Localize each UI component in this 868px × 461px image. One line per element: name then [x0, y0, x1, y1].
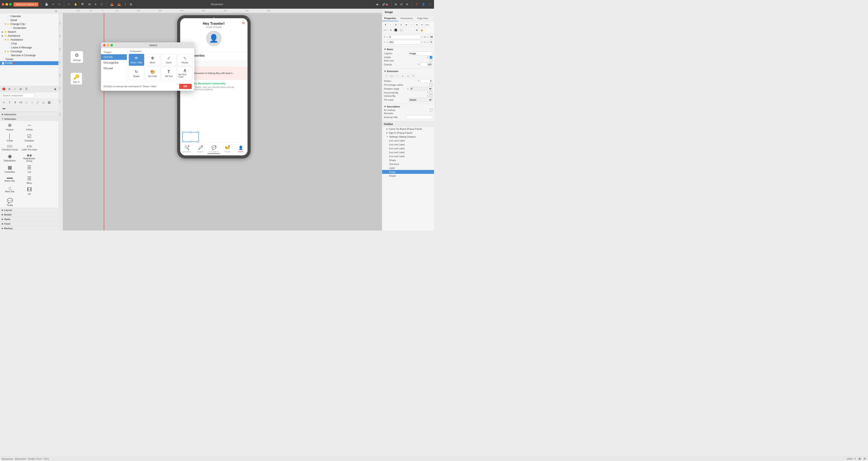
- autosize-checkbox[interactable]: [430, 59, 432, 62]
- outline-come-on-board[interactable]: ▶ Come On Board (Popup Panel): [382, 127, 434, 131]
- zoom-tool[interactable]: 🔍: [80, 2, 86, 6]
- tree-item-concierge[interactable]: ▼ 📁 Concierge: [0, 50, 58, 54]
- outline-label[interactable]: Label: [382, 166, 434, 170]
- outline-shape-1[interactable]: Shape: [382, 158, 434, 162]
- comp-tooltip[interactable]: 💬 Tooltip: [0, 197, 20, 208]
- multiline-tool[interactable]: ≡T: [18, 100, 24, 105]
- crop-tool[interactable]: ⊞: [87, 2, 92, 6]
- radius-input[interactable]: [420, 79, 432, 83]
- ok-button[interactable]: OK: [179, 84, 192, 89]
- tree-item-become-concierge[interactable]: 📄 Become A Concierge: [0, 54, 58, 57]
- handle-tl[interactable]: [182, 132, 184, 133]
- settings-floating-panel[interactable]: ⚙ Settings: [70, 51, 83, 63]
- share-project-btn[interactable]: 🔗7: [381, 2, 389, 6]
- cmd-rotate[interactable]: ↻ Rotate: [129, 67, 144, 80]
- tree-item-leave-message[interactable]: 📄 Leave A Message: [0, 45, 58, 50]
- tree-item-change-city[interactable]: ▼ 📁 Change City ▾: [0, 22, 58, 26]
- comp-hrule[interactable]: ─ H.Rule: [20, 121, 39, 132]
- align-distribute-v-btn[interactable]: ⇕: [399, 22, 403, 27]
- handle-bm[interactable]: [190, 141, 191, 142]
- cmd-set-text[interactable]: T Set Text: [161, 67, 177, 80]
- close-window-btn[interactable]: [2, 3, 4, 6]
- pct-radius-checkbox[interactable]: [430, 84, 432, 86]
- visible-checkbox[interactable]: [430, 56, 432, 59]
- fullscreen-btn[interactable]: ⛶: [428, 2, 432, 6]
- redo-button[interactable]: ↪: [57, 2, 61, 6]
- collapse-sidebar-btn[interactable]: ◀: [55, 10, 57, 12]
- dialog-close-btn[interactable]: [103, 44, 105, 46]
- pointer-tool[interactable]: ↖: [67, 2, 71, 6]
- comp-list[interactable]: ☰ List: [20, 163, 39, 174]
- outline-icon-label-2[interactable]: Icon and Label: [382, 142, 434, 146]
- nav-discovery[interactable]: 🔍 Discovery: [180, 145, 194, 153]
- cmd-set-text-color[interactable]: A Set Text Color: [177, 67, 193, 80]
- comp-radio-group[interactable]: ◉◉ RadioButton Group: [20, 152, 39, 163]
- comp-menu[interactable]: ☰ Menu: [20, 174, 39, 186]
- tree-item-tickets[interactable]: 📄 Tickets: [0, 57, 58, 61]
- shape-circle-btn[interactable]: ○: [395, 73, 400, 78]
- backward-btn[interactable]: ↓: [409, 28, 414, 32]
- same-height-btn[interactable]: ⟸: [383, 28, 388, 32]
- maximize-window-btn[interactable]: [9, 3, 12, 6]
- lock-btn[interactable]: 🔒: [420, 28, 424, 32]
- nav-profile[interactable]: 👤 Profile: [234, 145, 248, 153]
- outline-image[interactable]: Image: [382, 170, 434, 174]
- tab-properties[interactable]: Properties: [382, 15, 398, 21]
- shape-rect-btn[interactable]: □: [384, 73, 389, 78]
- tree-item-assistance-sub[interactable]: ▼ 📁 Assistance: [0, 38, 58, 42]
- tree-item-calendar[interactable]: 📄 Calendar: [0, 14, 58, 18]
- tree-item-detail[interactable]: 📄 Detail: [0, 18, 58, 22]
- static-section-header[interactable]: ▶ Static: [0, 217, 58, 221]
- group-btn[interactable]: ⊞: [414, 28, 419, 32]
- nav-tickets[interactable]: 🎫 Tickets: [221, 145, 234, 153]
- import-btn[interactable]: 📥: [109, 2, 115, 6]
- bold-text-tool[interactable]: T: [12, 100, 18, 105]
- select-tool-btn[interactable]: ⊕: [7, 87, 12, 91]
- cmd-set-color[interactable]: 🎨 Set Color: [145, 67, 160, 80]
- line-tool[interactable]: ╱: [35, 100, 40, 105]
- vflip-checkbox[interactable]: [430, 95, 432, 97]
- save-button[interactable]: 💾: [44, 2, 49, 6]
- comp-checkbox-group[interactable]: ☑☑ Checkbox Group: [0, 143, 20, 152]
- align-right-btn[interactable]: ➡: [414, 22, 419, 27]
- hand-tool[interactable]: ✋: [73, 2, 79, 6]
- x-input[interactable]: [389, 35, 421, 39]
- play-btn[interactable]: ▶: [376, 2, 380, 6]
- circle-tool[interactable]: ○: [30, 100, 35, 105]
- outline-icon-label-5[interactable]: Icon and Label: [382, 154, 434, 158]
- grid-tool-btn[interactable]: ⊞: [18, 87, 23, 91]
- forward-btn[interactable]: ↑: [404, 28, 409, 32]
- shape-triangle-btn[interactable]: △: [406, 73, 410, 78]
- interaction-section-header[interactable]: ▶ Interaction: [0, 112, 58, 117]
- tree-item-profile[interactable]: 📄 Profile: [0, 61, 58, 65]
- outline-icon-label-4[interactable]: Icon and Label: [382, 151, 434, 154]
- send-back-btn[interactable]: ⬜: [399, 28, 403, 32]
- comp-vrule[interactable]: │ V.Rule: [0, 132, 20, 143]
- text-tool[interactable]: T: [7, 100, 12, 105]
- image-tool[interactable]: 🖼: [46, 100, 52, 105]
- y-input[interactable]: [389, 40, 421, 44]
- align-bottom-btn[interactable]: ⬇: [394, 22, 398, 27]
- cmd-zoom[interactable]: ⤢ Zoom: [161, 54, 177, 66]
- path-tool[interactable]: ⬡: [99, 2, 104, 6]
- comp-label-text[interactable]: 🏷A Label Text Input: [20, 143, 39, 152]
- comp-combobox[interactable]: ▦ ComboBox: [0, 163, 20, 174]
- outline-settings[interactable]: ▼ Settings (Sliding Drawer): [382, 135, 434, 139]
- rect-tool[interactable]: □: [24, 100, 29, 105]
- star-tool-btn[interactable]: ☆: [12, 87, 18, 91]
- shape-tool-btn[interactable]: 🔴: [1, 87, 6, 91]
- handle-bl[interactable]: [182, 141, 184, 142]
- shape-pentagon-btn[interactable]: ⬠: [411, 73, 416, 78]
- tab-interactions[interactable]: Interactions: [398, 15, 415, 21]
- rotation-select[interactable]: 0° 90° 180° 270°: [410, 87, 432, 91]
- search-component-input[interactable]: [1, 93, 34, 98]
- list-tool-btn[interactable]: ☰: [24, 87, 29, 91]
- fillmode-select[interactable]: Stretch Fit Fill Tile: [409, 98, 432, 102]
- align-vcenter-btn[interactable]: ↕: [388, 22, 393, 27]
- align-distribute-h-btn[interactable]: ⇔: [420, 22, 424, 27]
- outline-icon-label-3[interactable]: Icon and Label: [382, 146, 434, 151]
- shape-diamond-btn[interactable]: ◇: [400, 73, 405, 78]
- mobile-section-header[interactable]: ▶ Mobile: [0, 212, 58, 217]
- comp-button-bar[interactable]: ▬▬ Button Bar: [0, 174, 20, 186]
- cmd-show-hide[interactable]: 👁 Show / Hide: [129, 54, 144, 66]
